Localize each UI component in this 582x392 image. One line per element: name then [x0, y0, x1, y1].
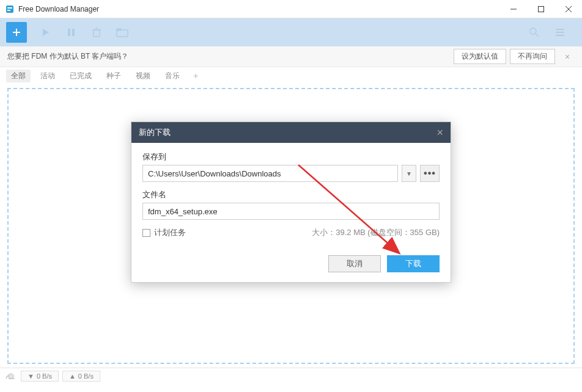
- window-controls: [499, 0, 582, 18]
- menu-button[interactable]: [550, 23, 570, 42]
- filter-tab-torrents[interactable]: 种子: [101, 70, 126, 82]
- new-download-dialog: 新的下载 × 保存到 ▼ ••• 文件名 计划任务 大小：39.2 MB (磁盘…: [131, 122, 451, 283]
- dialog-title: 新的下载: [139, 127, 437, 138]
- titlebar: Free Download Manager: [0, 0, 582, 18]
- minimize-button[interactable]: [499, 0, 527, 18]
- filter-bar: 全部 活动 已完成 种子 视频 音乐 +: [0, 67, 582, 84]
- close-button[interactable]: [554, 0, 582, 18]
- svg-line-18: [536, 34, 539, 37]
- svg-marker-9: [43, 29, 49, 36]
- svg-point-23: [10, 375, 12, 377]
- app-icon: [5, 4, 15, 14]
- up-arrow-icon: ▲: [69, 372, 76, 380]
- filter-tab-active[interactable]: 活动: [35, 70, 60, 82]
- dialog-body: 保存到 ▼ ••• 文件名 计划任务 大小：39.2 MB (磁盘空间：355 …: [131, 143, 451, 282]
- schedule-label: 计划任务: [154, 227, 186, 238]
- svg-point-22: [9, 374, 13, 379]
- filter-tab-music[interactable]: 音乐: [160, 70, 185, 82]
- delete-button[interactable]: [87, 23, 106, 42]
- notice-close-button[interactable]: ×: [560, 52, 575, 62]
- upload-speed[interactable]: ▲ 0 B/s: [62, 371, 100, 382]
- filter-tab-video[interactable]: 视频: [131, 70, 155, 82]
- filter-tab-all[interactable]: 全部: [6, 70, 31, 82]
- up-speed-value: 0 B/s: [78, 372, 94, 380]
- window-title: Free Download Manager: [18, 5, 499, 13]
- filename-input[interactable]: [142, 203, 440, 220]
- save-to-label: 保存到: [142, 151, 440, 162]
- search-button[interactable]: [525, 23, 544, 42]
- svg-rect-10: [68, 29, 70, 36]
- down-speed-value: 0 B/s: [37, 372, 52, 380]
- pause-button[interactable]: [61, 23, 81, 42]
- set-default-button[interactable]: 设为默认值: [454, 49, 506, 64]
- notice-bar: 您要把 FDM 作为默认 BT 客户端吗？ 设为默认值 不再询问 ×: [0, 46, 582, 67]
- browse-button[interactable]: •••: [420, 165, 440, 182]
- svg-rect-12: [94, 30, 100, 37]
- download-button[interactable]: 下载: [387, 255, 440, 272]
- toolbar: [0, 18, 582, 46]
- notice-text: 您要把 FDM 作为默认 BT 客户端吗？: [7, 51, 450, 62]
- svg-rect-4: [538, 6, 543, 12]
- dialog-close-button[interactable]: ×: [437, 126, 443, 139]
- filter-tab-completed[interactable]: 已完成: [65, 70, 97, 82]
- svg-rect-0: [6, 5, 13, 13]
- move-button[interactable]: [112, 23, 132, 42]
- statusbar: ▼ 0 B/s ▲ 0 B/s: [0, 368, 582, 383]
- maximize-button[interactable]: [527, 0, 554, 18]
- add-filter-button[interactable]: +: [190, 71, 202, 81]
- svg-point-17: [530, 28, 536, 34]
- size-info: 大小：39.2 MB (磁盘空间：355 GB): [186, 227, 440, 238]
- save-to-input[interactable]: [142, 165, 398, 182]
- start-button[interactable]: [35, 23, 55, 42]
- cancel-button[interactable]: 取消: [328, 255, 381, 272]
- filename-label: 文件名: [142, 189, 440, 200]
- add-download-button[interactable]: [6, 22, 27, 43]
- dont-ask-button[interactable]: 不再询问: [510, 49, 555, 64]
- svg-rect-2: [7, 10, 10, 11]
- schedule-checkbox[interactable]: [142, 229, 150, 237]
- download-speed[interactable]: ▼ 0 B/s: [21, 371, 59, 382]
- down-arrow-icon: ▼: [28, 372, 34, 380]
- svg-rect-1: [7, 7, 12, 9]
- save-to-dropdown[interactable]: ▼: [402, 165, 416, 182]
- svg-rect-11: [72, 29, 75, 36]
- snail-icon[interactable]: [5, 371, 16, 381]
- dialog-header[interactable]: 新的下载 ×: [131, 122, 451, 143]
